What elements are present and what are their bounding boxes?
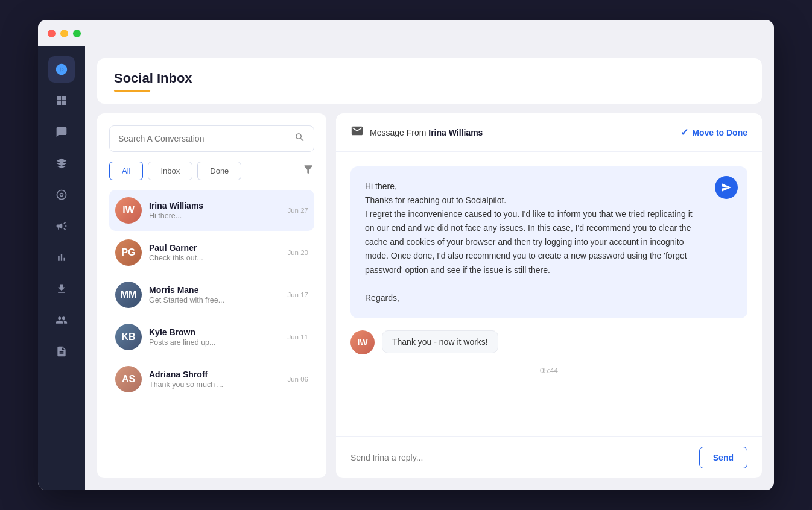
conversation-list-panel: All Inbox Done IW Irina Willia xyxy=(97,113,326,478)
sidebar xyxy=(38,46,85,490)
conv-date: Jun 20 xyxy=(287,249,308,256)
sidebar-icon-group[interactable] xyxy=(48,307,75,333)
compose-input[interactable] xyxy=(350,453,692,462)
close-button[interactable] xyxy=(48,30,56,37)
minimize-button[interactable] xyxy=(60,30,68,37)
message-from-label: Message From Irina Williams xyxy=(370,128,483,137)
sidebar-icon-download[interactable] xyxy=(48,275,75,302)
conv-info: Adriana Shroff Thank you so much ... xyxy=(149,370,280,389)
content-area: All Inbox Done IW Irina Willia xyxy=(97,113,762,478)
conv-preview: Posts are lined up... xyxy=(149,338,280,347)
avatar: KB xyxy=(115,324,142,350)
move-to-done-button[interactable]: ✓ Move to Done xyxy=(680,127,747,138)
avatar: PG xyxy=(115,239,142,266)
conv-preview: Hi there... xyxy=(149,212,280,220)
tab-inbox[interactable]: Inbox xyxy=(148,162,192,180)
sidebar-icon-send[interactable] xyxy=(48,56,75,83)
conv-info: Kyle Brown Posts are lined up... xyxy=(149,327,280,347)
titlebar xyxy=(38,20,774,46)
reply-bubble: Thank you - now it works! xyxy=(382,330,498,353)
conv-preview: Get Started with free... xyxy=(149,296,280,304)
conv-name: Adriana Shroff xyxy=(149,370,280,379)
conv-info: Irina Williams Hi there... xyxy=(149,201,280,220)
message-text: Hi there, Thanks for reaching out to Soc… xyxy=(365,180,733,305)
conv-name: Kyle Brown xyxy=(149,327,280,337)
avatar: MM xyxy=(115,282,142,308)
sidebar-icon-target[interactable] xyxy=(48,181,75,208)
sidebar-icon-chart[interactable] xyxy=(48,244,75,271)
compose-area: Send xyxy=(336,436,762,478)
conv-info: Paul Garner Check this out... xyxy=(149,243,280,262)
conv-info: Morris Mane Get Started with free... xyxy=(149,285,280,304)
tab-all[interactable]: All xyxy=(109,162,143,180)
page-header: Social Inbox xyxy=(97,58,762,104)
conv-preview: Thank you so much ... xyxy=(149,380,280,389)
message-panel: Message From Irina Williams ✓ Move to Do… xyxy=(336,113,762,478)
main-content: Social Inbox All xyxy=(85,46,774,490)
message-header: Message From Irina Williams ✓ Move to Do… xyxy=(336,113,762,152)
filter-icon[interactable] xyxy=(302,163,314,178)
conv-name: Irina Williams xyxy=(149,201,280,210)
app-window: Social Inbox All xyxy=(38,20,774,490)
conv-name: Paul Garner xyxy=(149,243,280,253)
search-icon xyxy=(294,132,305,145)
sidebar-icon-document[interactable] xyxy=(48,338,75,365)
maximize-button[interactable] xyxy=(73,30,81,37)
sidebar-icon-network[interactable] xyxy=(48,150,75,177)
conversation-item[interactable]: PG Paul Garner Check this out... Jun 20 xyxy=(109,232,314,273)
conv-date: Jun 27 xyxy=(287,207,308,214)
conversation-item[interactable]: MM Morris Mane Get Started with free... … xyxy=(109,274,314,315)
page-title: Social Inbox xyxy=(114,71,745,86)
reply-avatar: IW xyxy=(350,330,375,354)
search-bar xyxy=(109,125,314,152)
filter-tabs: All Inbox Done xyxy=(109,162,314,180)
page-title-underline xyxy=(114,90,150,92)
avatar: AS xyxy=(115,366,142,392)
conversation-item[interactable]: AS Adriana Shroff Thank you so much ... … xyxy=(109,359,314,400)
conv-name: Morris Mane xyxy=(149,285,280,295)
main-message-bubble: Hi there, Thanks for reaching out to Soc… xyxy=(350,166,747,318)
socialpilot-logo xyxy=(715,176,738,199)
message-from-name: Irina Williams xyxy=(428,128,483,137)
reply-content: Thank you - now it works! xyxy=(382,330,498,353)
avatar: IW xyxy=(115,197,142,224)
conv-preview: Check this out... xyxy=(149,254,280,262)
conversation-item[interactable]: KB Kyle Brown Posts are lined up... Jun … xyxy=(109,316,314,357)
conv-date: Jun 11 xyxy=(287,333,308,341)
conv-date: Jun 06 xyxy=(287,376,308,383)
reply-time: 05:44 xyxy=(350,367,747,375)
sidebar-icon-megaphone[interactable] xyxy=(48,213,75,239)
conversation-list: IW Irina Williams Hi there... Jun 27 PG xyxy=(109,190,314,400)
send-button[interactable]: Send xyxy=(699,447,747,468)
sidebar-icon-chat[interactable] xyxy=(48,119,75,145)
conversation-item[interactable]: IW Irina Williams Hi there... Jun 27 xyxy=(109,190,314,231)
tab-done[interactable]: Done xyxy=(197,162,241,180)
reply-section: IW Thank you - now it works! xyxy=(350,330,747,354)
message-body: Hi there, Thanks for reaching out to Soc… xyxy=(336,152,762,436)
search-input[interactable] xyxy=(118,134,290,143)
envelope-icon xyxy=(350,124,364,140)
app-body: Social Inbox All xyxy=(38,46,774,490)
sidebar-icon-grid[interactable] xyxy=(48,87,75,114)
checkmark-icon: ✓ xyxy=(680,127,688,138)
conv-date: Jun 17 xyxy=(287,291,308,298)
